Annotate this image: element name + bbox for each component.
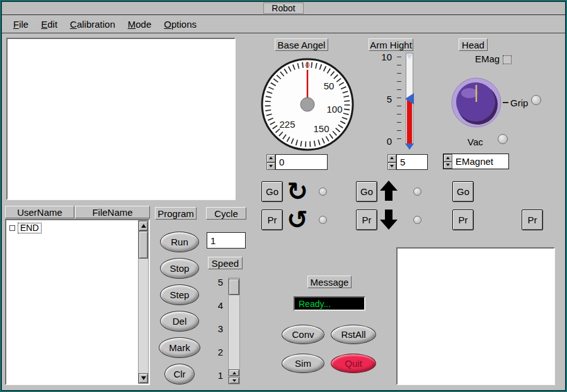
arm-tick-0: 0 — [379, 136, 392, 146]
arm-spinner-up[interactable] — [387, 154, 396, 162]
combo-spinner — [444, 154, 452, 169]
speed-slider[interactable] — [228, 277, 240, 384]
speed-tick-2: 2 — [214, 347, 223, 357]
scrollbar-down-button[interactable] — [139, 373, 148, 383]
gauge-number-100: 100 — [326, 104, 342, 115]
arrow-down-icon — [380, 209, 398, 230]
knob-highlight — [461, 88, 478, 98]
spinner-up-icon — [269, 157, 273, 159]
head-label: Head — [459, 38, 488, 51]
spinner-up-icon — [446, 157, 450, 159]
menu-options-key: O — [164, 19, 171, 30]
speed-down-button[interactable] — [229, 377, 239, 384]
menu-calibration[interactable]: Calibration — [64, 17, 122, 32]
status-display: Ready... — [294, 296, 365, 311]
arm-slider-bottom-arrow-icon — [405, 143, 414, 150]
arm-height-label: Arm Hight — [369, 38, 413, 51]
cycle-label: Cycle — [206, 207, 246, 220]
base-pr-button[interactable]: Pr — [261, 210, 283, 230]
speed-up-button[interactable] — [229, 369, 239, 376]
arm-go-button[interactable]: Go — [356, 181, 377, 202]
run-button[interactable]: Run — [160, 232, 199, 252]
arrow-up-icon — [380, 181, 398, 201]
mark-button[interactable]: Mark — [159, 337, 200, 358]
menu-file[interactable]: File — [7, 17, 35, 32]
tree-item-end[interactable]: END — [6, 220, 149, 233]
arm-go-light — [413, 188, 421, 196]
arm-spinner-down[interactable] — [387, 162, 396, 171]
emag-checkbox[interactable] — [503, 55, 512, 64]
scroll-down-icon — [141, 376, 146, 380]
combo-spinner-down[interactable] — [444, 162, 452, 169]
grip-label: Grip — [510, 98, 528, 108]
clr-button[interactable]: Clr — [164, 364, 195, 384]
combo-spinner-up[interactable] — [444, 154, 452, 162]
far-pr-button[interactable]: Pr — [522, 210, 543, 230]
menu-mode-key: M — [128, 19, 136, 30]
emag-label: EMag — [475, 53, 500, 64]
arm-pr-button[interactable]: Pr — [356, 210, 377, 230]
grip-light — [531, 95, 541, 105]
message-label: Message — [307, 276, 352, 288]
arm-tick-10: 10 — [379, 52, 392, 62]
quit-button[interactable]: Quit — [331, 354, 376, 373]
conv-button[interactable]: Conv — [282, 325, 324, 344]
sim-button[interactable]: Sim — [282, 354, 324, 373]
program-tree[interactable]: END — [5, 219, 150, 385]
main-display-box — [6, 38, 236, 200]
cycle-input[interactable]: 1 — [207, 232, 246, 249]
speed-up-icon — [232, 372, 236, 374]
title-bar[interactable]: Robot — [2, 2, 565, 15]
speed-tick-4: 4 — [214, 300, 223, 310]
rotate-cw-icon: ↻ — [284, 178, 311, 204]
tree-scrollbar[interactable] — [138, 220, 149, 384]
head-knob[interactable] — [450, 77, 502, 128]
arm-height-spinner-field: 5 — [387, 154, 428, 170]
menu-mode[interactable]: Mode — [122, 17, 158, 32]
speed-label: Speed — [208, 257, 243, 269]
scrollbar-thumb[interactable] — [139, 231, 148, 259]
base-spinner-down[interactable] — [266, 162, 275, 171]
spinner-down-icon — [390, 165, 394, 167]
stop-button[interactable]: Stop — [160, 258, 199, 279]
desktop: Robot File Edit Calibration Mode Options… — [0, 0, 567, 392]
base-angle-gauge[interactable]: 50 100 150 225 0 — [260, 57, 355, 152]
base-pr-light — [319, 216, 327, 224]
menu-options-rest: ptions — [171, 19, 197, 30]
menu-options[interactable]: Options — [158, 17, 203, 32]
step-button[interactable]: Step — [160, 284, 199, 305]
gauge-number-50: 50 — [324, 81, 335, 91]
scrollbar-up-button[interactable] — [139, 221, 148, 231]
tree-node-box-icon — [9, 225, 15, 231]
menu-mode-rest: ode — [135, 19, 151, 30]
arm-slider-tickmarks — [397, 57, 401, 142]
base-angle-spinner-field: 0 — [266, 154, 328, 170]
head-go-button[interactable]: Go — [452, 181, 474, 202]
base-spinner-up[interactable] — [266, 154, 275, 162]
head-mode-combo[interactable]: EMagnet — [443, 154, 509, 169]
menu-bar: File Edit Calibration Mode Options — [2, 16, 565, 33]
base-spinner — [266, 154, 275, 170]
arm-height-input[interactable]: 5 — [396, 154, 428, 170]
program-label: Program — [155, 207, 197, 220]
grip-tick — [503, 102, 508, 103]
secondary-display-box — [396, 247, 555, 385]
gauge-needle-value: 0 — [306, 61, 310, 70]
tree-item-label: END — [18, 223, 42, 233]
base-angle-input[interactable]: 0 — [275, 154, 328, 170]
del-button[interactable]: Del — [160, 311, 199, 332]
menu-calibration-key: C — [70, 19, 77, 30]
base-go-button[interactable]: Go — [261, 181, 283, 202]
rotate-ccw-icon: ↺ — [284, 206, 311, 233]
menu-edit[interactable]: Edit — [35, 17, 64, 32]
rstall-button[interactable]: RstAll — [331, 325, 376, 344]
menu-edit-key: E — [41, 19, 47, 30]
filename-header[interactable]: FileName — [75, 206, 150, 218]
base-go-light — [319, 188, 327, 196]
username-header[interactable]: UserName — [5, 206, 74, 218]
head-pr-button[interactable]: Pr — [452, 210, 474, 230]
arm-spinner — [387, 154, 396, 170]
arm-slider-thumb[interactable] — [405, 93, 414, 104]
speed-slider-thumb[interactable] — [229, 279, 239, 295]
speed-down-icon — [232, 379, 236, 382]
